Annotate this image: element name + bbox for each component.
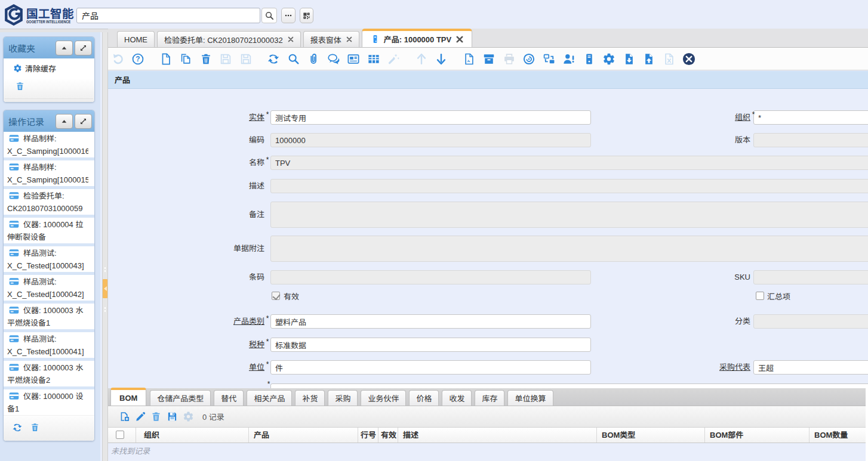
edit-pencil-icon[interactable]	[134, 411, 146, 423]
global-search-button[interactable]	[261, 8, 277, 23]
audit-icon[interactable]	[522, 52, 536, 66]
close-tab-icon[interactable]	[288, 36, 294, 42]
field-label[interactable]: 税种	[249, 340, 264, 349]
history-item[interactable]: 检验委托单: CK201807031000059	[4, 186, 94, 215]
save-record-icon[interactable]	[167, 411, 178, 423]
expand-panel-button[interactable]	[75, 114, 92, 129]
bottom-tab-purchase[interactable]: 采购	[328, 390, 358, 406]
history-item[interactable]: 仪器: 1000003 水平燃烧设备2	[4, 358, 94, 386]
close-tab-icon[interactable]	[456, 36, 463, 43]
field-input[interactable]	[270, 179, 868, 193]
move-down-icon[interactable]	[434, 52, 448, 66]
field-label[interactable]: 产品类别	[233, 317, 264, 326]
grid-column-header[interactable]: 描述	[398, 428, 596, 443]
expand-panel-button[interactable]	[75, 41, 92, 55]
select-all-checkbox[interactable]	[116, 431, 124, 439]
add-record-icon[interactable]	[118, 411, 130, 423]
more-menu-button[interactable]	[281, 8, 296, 23]
bottom-tab-price[interactable]: 价格	[409, 390, 439, 406]
bottom-tab-inventory[interactable]: 库存	[475, 390, 504, 406]
settings-gear-icon[interactable]	[602, 52, 616, 66]
history-item[interactable]: 仪器: 1000000 设备1	[4, 386, 94, 415]
bottom-tab-business-partner[interactable]: 业务伙伴	[361, 390, 406, 406]
field-input[interactable]	[753, 360, 868, 375]
refresh-icon[interactable]	[266, 52, 281, 66]
tab-report-window[interactable]: 报表窗体	[303, 31, 359, 47]
history-item[interactable]: 样品测试: X_C_Tested[1000043]	[4, 243, 94, 272]
import-file-icon[interactable]	[642, 52, 656, 66]
export-file-icon[interactable]	[622, 52, 636, 66]
bottom-tab-unit-conversion[interactable]: 单位换算	[507, 390, 553, 406]
field-input[interactable]	[270, 202, 868, 228]
collapse-panel-button[interactable]	[56, 114, 73, 129]
workflow-icon[interactable]	[542, 52, 556, 66]
field-input[interactable]	[270, 110, 591, 125]
new-file-icon[interactable]	[159, 52, 173, 66]
apps-grid-button[interactable]	[300, 8, 313, 23]
attachment-icon[interactable]	[306, 52, 321, 66]
trash-icon[interactable]	[30, 422, 40, 432]
global-search-input[interactable]	[76, 8, 260, 23]
field-input[interactable]	[753, 270, 868, 284]
bottom-tab-substitute[interactable]: 替代	[214, 390, 244, 406]
trash-icon[interactable]	[15, 81, 25, 91]
field-label[interactable]: 单位	[249, 363, 264, 372]
close-all-icon[interactable]	[682, 52, 696, 66]
field-label[interactable]: 组织	[735, 113, 750, 122]
close-tab-icon[interactable]	[346, 36, 352, 42]
history-item[interactable]: 仪器: 1000003 水平燃烧设备1	[4, 301, 94, 329]
server-icon[interactable]	[582, 52, 596, 66]
field-label[interactable]: 实体	[249, 113, 264, 122]
history-item[interactable]: 样品制样: X_C_Samping[1000016]	[4, 132, 94, 157]
grid-empty-area: 未找到记录	[108, 443, 868, 461]
collapse-sidebar-handle[interactable]	[103, 279, 107, 298]
detail-view-icon[interactable]	[346, 52, 361, 66]
grid-view-icon[interactable]	[367, 52, 381, 66]
tab-home[interactable]: HOME	[117, 31, 155, 47]
tab-product-active[interactable]: 产品: 1000000 TPV	[362, 29, 472, 47]
field-input[interactable]	[270, 314, 591, 329]
comments-icon[interactable]	[327, 52, 341, 66]
bottom-tab-receipt-dispatch[interactable]: 收发	[442, 390, 472, 406]
field-input[interactable]	[753, 133, 868, 147]
field-label[interactable]: 采购代表	[719, 363, 750, 372]
copy-icon[interactable]	[178, 52, 193, 66]
pdf-icon[interactable]	[462, 52, 476, 66]
grid-column-header[interactable]: 组织	[136, 428, 248, 443]
bottom-tab-replenishment[interactable]: 补货	[295, 390, 325, 406]
help-icon[interactable]	[131, 52, 145, 66]
summary-checkbox[interactable]	[756, 292, 764, 300]
history-item[interactable]: 样品测试: X_C_Tested[1000041]	[4, 329, 94, 358]
grid-column-header[interactable]: BOM数量	[809, 428, 868, 443]
field-input[interactable]	[753, 314, 868, 329]
favorite-item-clear-cache[interactable]: 清除缓存	[10, 63, 56, 74]
field-input[interactable]	[270, 270, 591, 284]
grid-column-header[interactable]: BOM类型	[596, 428, 704, 443]
delete-record-icon[interactable]	[150, 411, 162, 423]
field-input[interactable]	[270, 133, 591, 147]
collapse-panel-button[interactable]	[56, 41, 73, 55]
history-item[interactable]: 样品测试: X_C_Tested[1000042]	[4, 272, 94, 301]
grid-column-header[interactable]: 有效	[378, 428, 398, 443]
grid-column-header[interactable]: 行号	[358, 428, 378, 443]
grid-column-header[interactable]: 产品	[248, 428, 358, 443]
history-item[interactable]: 样品制样: X_C_Samping[1000015]	[4, 157, 94, 186]
field-input[interactable]	[270, 338, 591, 352]
delete-icon[interactable]	[199, 52, 213, 66]
sidebar-splitter[interactable]	[102, 29, 108, 461]
grid-column-header[interactable]: BOM部件	[704, 428, 809, 443]
valid-checkbox[interactable]	[272, 292, 280, 300]
bottom-tab-related-products[interactable]: 相关产品	[247, 390, 292, 406]
field-input[interactable]	[753, 110, 868, 125]
search-icon[interactable]	[287, 52, 301, 66]
field-input[interactable]	[270, 156, 868, 170]
bottom-tab-bom[interactable]: BOM	[110, 388, 146, 406]
bottom-tab-warehouse-product-type[interactable]: 仓储产品类型	[150, 390, 211, 406]
archive-icon[interactable]	[482, 52, 496, 66]
field-input[interactable]	[270, 236, 868, 262]
history-item[interactable]: 仪器: 1000004 拉伸断裂设备	[4, 215, 94, 243]
refresh-icon[interactable]	[12, 422, 23, 433]
user-alert-icon[interactable]	[562, 52, 576, 66]
tab-inspection-order[interactable]: 检验委托单: CK201807021000032	[157, 31, 301, 47]
field-input[interactable]	[270, 360, 591, 375]
